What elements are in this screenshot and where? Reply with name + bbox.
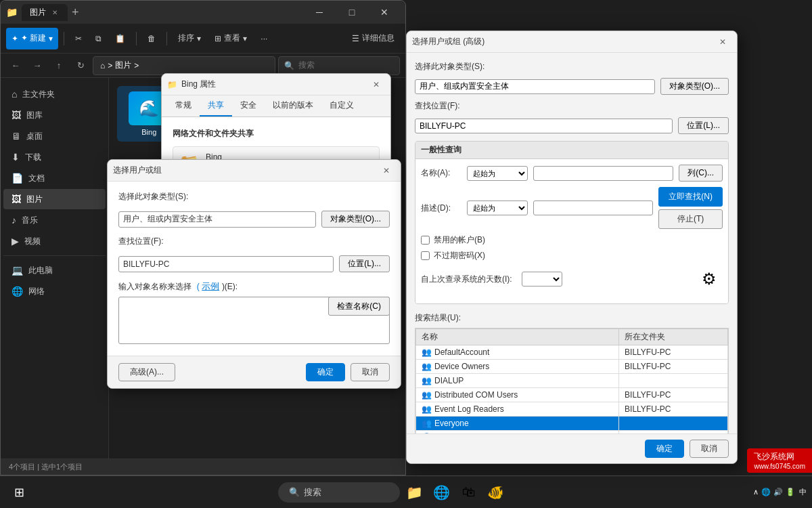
general-query-content: 名称(A): 起始为 列(C)... 描述(D): 起始为 立即查找(N) — [415, 159, 728, 303]
bing-dialog-folder-icon: 📁 — [167, 80, 177, 89]
adv-desc-input[interactable] — [533, 200, 653, 215]
up-btn[interactable]: ↑ — [49, 56, 68, 75]
sidebar-item-videos[interactable]: ▶ 视频 — [3, 231, 106, 251]
copy-button[interactable]: ⧉ — [90, 28, 107, 49]
explorer-tab-pictures[interactable]: 图片 ✕ — [22, 4, 68, 21]
bing-tab-previous[interactable]: 以前的版本 — [265, 96, 321, 117]
advanced-dialog-close-btn[interactable]: ✕ — [714, 33, 731, 51]
location-btn[interactable]: 位置(L)... — [339, 255, 390, 272]
taskbar-search[interactable]: 🔍 搜索 — [278, 482, 400, 503]
adv-location-input[interactable] — [415, 119, 673, 133]
check-name-btn[interactable]: 检查名称(C) — [328, 297, 390, 316]
sidebar-label-desktop: 桌面 — [26, 131, 43, 142]
select-user-close-btn[interactable]: ✕ — [378, 162, 395, 179]
days-since-logon-select[interactable] — [522, 272, 562, 287]
taskbar-edge-icon[interactable]: 🌐 — [430, 480, 454, 505]
table-row[interactable]: 👥Everyone — [416, 417, 728, 431]
minimize-btn[interactable]: ─ — [304, 1, 335, 24]
bing-section-title: 网络文件和文件夹共享 — [173, 128, 380, 140]
maximize-btn[interactable]: □ — [336, 1, 367, 24]
new-icon: ✦ — [12, 34, 18, 43]
select-user-title-text: 选择用户或组 — [113, 165, 162, 176]
music-icon: ♪ — [12, 215, 16, 226]
no-expire-passwords-checkbox[interactable] — [421, 251, 430, 260]
object-type-input[interactable] — [118, 211, 316, 228]
copy-icon: ⧉ — [95, 34, 102, 43]
adv-desc-filter-select[interactable]: 起始为 — [467, 200, 528, 215]
taskbar-search-placeholder: 搜索 — [304, 486, 321, 499]
sidebar-item-home[interactable]: ⌂ 主文件夹 — [3, 84, 106, 104]
adv-desc-row: 描述(D): 起始为 立即查找(N) 停止(T) — [421, 187, 723, 229]
taskbar-store-icon[interactable]: 🛍 — [457, 480, 481, 505]
sort-button[interactable]: 排序 ▾ — [173, 28, 206, 49]
bing-tab-general[interactable]: 常规 — [167, 96, 200, 117]
example-link-text[interactable]: 示例 — [202, 281, 219, 291]
sidebar-item-network[interactable]: 🌐 网络 — [3, 281, 106, 301]
add-tab-btn[interactable]: + — [72, 5, 79, 20]
path-separator: ⌂ — [100, 61, 105, 70]
select-user-cancel-btn[interactable]: 取消 — [351, 363, 390, 381]
start-btn[interactable]: ⊞ — [5, 479, 32, 506]
find-now-btn[interactable]: 立即查找(N) — [658, 187, 723, 207]
tab-close-btn[interactable]: ✕ — [50, 8, 60, 17]
bing-dialog-close-btn[interactable]: ✕ — [367, 76, 385, 93]
view-icon: ⊞ — [215, 34, 221, 43]
delete-button[interactable]: 🗑 — [142, 28, 161, 49]
refresh-btn[interactable]: ↻ — [71, 56, 90, 75]
disabled-accounts-checkbox[interactable] — [421, 236, 430, 245]
edge-icon: 🌐 — [433, 484, 450, 501]
table-row[interactable]: 👥Event Log ReadersBILLYFU-PC — [416, 402, 728, 417]
sidebar-item-documents[interactable]: 📄 文档 — [3, 168, 106, 188]
sidebar-item-desktop[interactable]: 🖥 桌面 — [3, 126, 106, 146]
select-user-titlebar: 选择用户或组 ✕ — [108, 160, 401, 182]
table-row[interactable]: 👥Distributed COM UsersBILLYFU-PC — [416, 388, 728, 402]
advanced-dialog-footer: 确定 取消 — [407, 433, 737, 463]
bing-tab-custom[interactable]: 自定义 — [321, 96, 362, 117]
results-container[interactable]: 名称 所在文件夹 👥DefaultAccountBILLYFU-PC👥Devic… — [415, 328, 729, 433]
tray-time[interactable]: 中 — [799, 487, 807, 497]
explorer-toolbar: ✦ ✦ 新建 ▾ ✂ ⧉ 📋 🗑 排序 ▾ ⊞ 查看 ▾ ··· — [1, 24, 405, 54]
view-button[interactable]: ⊞ 查看 ▾ — [209, 28, 252, 49]
explorer-search[interactable]: 🔍 搜索 — [278, 56, 400, 75]
table-row[interactable]: 👥DefaultAccountBILLYFU-PC — [416, 345, 728, 360]
adv-name-input[interactable] — [533, 166, 673, 181]
result-name: 👥Everyone — [416, 417, 619, 431]
result-location: BILLYFU-PC — [619, 388, 728, 402]
advanced-cancel-btn[interactable]: 取消 — [690, 440, 729, 458]
adv-location-btn[interactable]: 位置(L)... — [678, 117, 729, 134]
tray-arrow[interactable]: ∧ — [753, 488, 759, 496]
forward-btn[interactable]: → — [28, 56, 47, 75]
back-btn[interactable]: ← — [6, 56, 25, 75]
select-user-ok-btn[interactable]: 确定 — [306, 363, 345, 381]
sidebar-item-pictures[interactable]: 🖼 图片 — [3, 189, 106, 209]
address-path[interactable]: ⌂ > 图片 > — [93, 56, 275, 75]
taskbar-search-icon: 🔍 — [289, 487, 300, 497]
path-arrow: > — [108, 61, 112, 70]
details-button[interactable]: ☰ 详细信息 — [346, 28, 400, 49]
sidebar-item-thispc[interactable]: 💻 此电脑 — [3, 260, 106, 280]
object-type-btn[interactable]: 对象类型(O)... — [321, 211, 390, 228]
stop-btn[interactable]: 停止(T) — [658, 209, 723, 229]
bing-tab-security[interactable]: 安全 — [232, 96, 265, 117]
bing-tab-share[interactable]: 共享 — [200, 96, 232, 117]
taskbar-fish-icon[interactable]: 🐠 — [484, 480, 508, 505]
adv-object-type-btn[interactable]: 对象类型(O)... — [660, 78, 729, 95]
close-btn[interactable]: ✕ — [369, 1, 400, 24]
table-row[interactable]: 👥Device OwnersBILLYFU-PC — [416, 360, 728, 374]
new-button[interactable]: ✦ ✦ 新建 ▾ — [6, 28, 58, 49]
sidebar-item-music[interactable]: ♪ 音乐 — [3, 210, 106, 230]
table-row[interactable]: 👥DIALUP — [416, 374, 728, 388]
more-button[interactable]: ··· — [255, 28, 273, 49]
adv-list-btn[interactable]: 列(C)... — [679, 165, 723, 182]
adv-object-type-input[interactable] — [415, 79, 655, 94]
cut-button[interactable]: ✂ — [70, 28, 87, 49]
select-user-dialog: 选择用户或组 ✕ 选择此对象类型(S): 对象类型(O)... 查找位置(F):… — [107, 159, 401, 389]
select-user-advanced-btn[interactable]: 高级(A)... — [118, 363, 175, 381]
taskbar-explorer-icon[interactable]: 📁 — [403, 480, 427, 505]
adv-name-filter-select[interactable]: 起始为 — [467, 166, 528, 181]
sidebar-item-gallery[interactable]: 🖼 图库 — [3, 105, 106, 125]
paste-button[interactable]: 📋 — [110, 28, 131, 49]
advanced-ok-btn[interactable]: 确定 — [645, 440, 684, 458]
sidebar-item-downloads[interactable]: ⬇ 下载 — [3, 147, 106, 167]
location-input[interactable] — [118, 256, 334, 272]
